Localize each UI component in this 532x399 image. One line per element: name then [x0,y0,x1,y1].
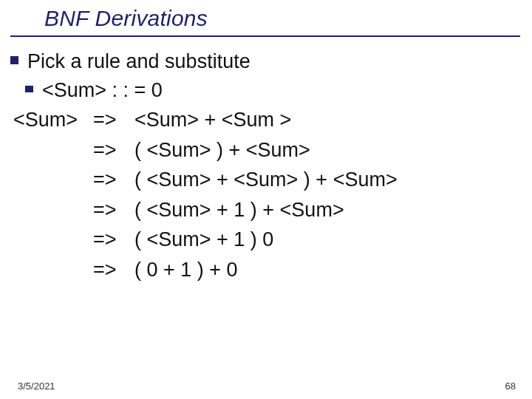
footer-page-number: 68 [505,381,516,392]
deriv-lhs-empty [13,195,93,225]
deriv-rhs: <Sum> + <Sum > [134,105,291,135]
deriv-lhs-empty [13,255,93,285]
derivation-step: <Sum> => <Sum> + <Sum > [13,105,532,135]
bullet-line: Pick a rule and substitute [10,47,532,76]
derivation-step: => ( <Sum> + <Sum> ) + <Sum> [13,165,532,195]
slide-footer: 3/5/2021 68 [18,381,516,392]
deriv-rhs: ( 0 + 1 ) + 0 [134,255,238,285]
deriv-arrow: => [93,135,134,166]
footer-date: 3/5/2021 [18,381,55,392]
deriv-rhs: ( <Sum> ) + <Sum> [134,135,310,166]
derivation-block: <Sum> => <Sum> + <Sum > => ( <Sum> ) + <… [10,105,532,284]
slide-body: Pick a rule and substitute <Sum> : : = 0… [0,37,532,284]
rule-text: <Sum> : : = 0 [42,76,163,105]
subbullet-line: <Sum> : : = 0 [25,76,532,105]
deriv-lhs-empty [13,225,93,255]
derivation-step: => ( <Sum> + 1 ) 0 [13,225,532,255]
deriv-arrow: => [93,105,134,135]
deriv-lhs-empty [13,165,93,195]
deriv-arrow: => [93,195,134,225]
square-bullet-icon [10,56,18,64]
deriv-rhs: ( <Sum> + 1 ) + <Sum> [134,195,344,225]
highlight-rect [157,346,179,361]
square-bullet-icon [25,86,33,92]
highlight-rect [157,316,240,331]
deriv-rhs: ( <Sum> + 1 ) 0 [134,225,273,255]
deriv-rhs: ( <Sum> + <Sum> ) + <Sum> [134,165,398,195]
deriv-arrow: => [93,165,134,195]
deriv-arrow: => [93,225,134,255]
derivation-step: => ( 0 + 1 ) + 0 [13,255,532,285]
lead-text: Pick a rule and substitute [27,47,250,76]
deriv-lhs: <Sum> [13,105,93,135]
slide-title: BNF Derivations [44,6,208,30]
deriv-lhs-empty [13,135,93,166]
deriv-arrow: => [93,255,134,285]
derivation-step: => ( <Sum> ) + <Sum> [13,135,532,166]
derivation-step: => ( <Sum> + 1 ) + <Sum> [13,195,532,225]
